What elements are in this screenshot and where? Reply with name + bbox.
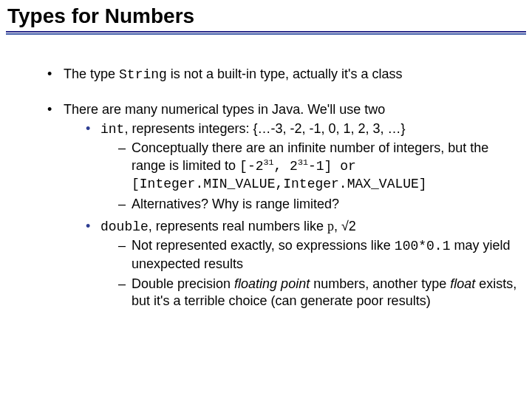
text: There are many numerical types in Java. … (64, 102, 385, 117)
bullet-2-1-b: Alternatives? Why is range limited? (118, 194, 519, 214)
text: is not a built-in type, actually it's a … (167, 66, 403, 81)
text: The type (64, 66, 119, 81)
text: [-2 (239, 159, 263, 174)
emphasis: float (450, 276, 475, 291)
text: , represents integers: {…-3, -2, -1, 0, … (124, 121, 405, 136)
bullet-2-2-a: Not represented exactly, so expressions … (118, 236, 519, 274)
pi-symbol: p (327, 219, 334, 233)
bullet-2-1-a: Conceptually there are an infinite numbe… (118, 138, 519, 194)
code: int (100, 122, 124, 137)
text: , represents real numbers like (149, 219, 327, 233)
code: double (100, 219, 149, 234)
text: Double precision (132, 276, 234, 291)
bullet-2-2: double, represents real numbers like p, … (86, 216, 519, 313)
code: String (119, 67, 167, 82)
superscript: 31 (298, 157, 308, 168)
text: , 2 (274, 159, 298, 174)
text: , √2 (334, 219, 356, 233)
emphasis: floating point (234, 276, 310, 291)
bullet-list: Conceptually there are an infinite numbe… (100, 138, 519, 215)
superscript: 31 (263, 157, 273, 168)
text: numbers, another type (310, 276, 450, 291)
bullet-list: Not represented exactly, so expressions … (100, 236, 519, 312)
text: Not represented exactly, so expressions … (132, 238, 395, 253)
bullet-list: int, represents integers: {…-3, -2, -1, … (64, 119, 519, 313)
bullet-2-1: int, represents integers: {…-3, -2, -1, … (86, 119, 519, 216)
text: Alternatives? Why is range limited? (132, 197, 339, 211)
slide-title: Types for Numbers (0, 0, 532, 30)
bullet-2: There are many numerical types in Java. … (47, 97, 519, 326)
code: 100*0.1 (395, 239, 451, 253)
slide-body: The type String is not a built-in type, … (0, 35, 532, 327)
bullet-2-2-b: Double precision floating point numbers,… (118, 274, 519, 312)
bullet-list: The type String is not a built-in type, … (47, 61, 519, 327)
bullet-1: The type String is not a built-in type, … (47, 61, 519, 97)
title-rule-top (6, 31, 526, 33)
slide: Types for Numbers The type String is not… (0, 0, 532, 399)
